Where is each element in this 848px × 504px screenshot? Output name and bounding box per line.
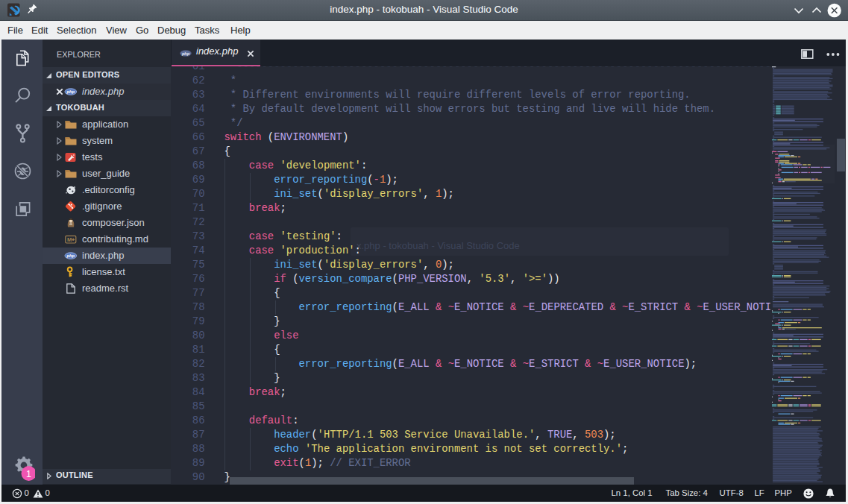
svg-text:php: php: [66, 253, 75, 258]
svg-text:M: M: [67, 236, 72, 243]
svg-text:php: php: [181, 51, 190, 55]
svg-text:1: 1: [26, 469, 31, 479]
svg-text:php: php: [66, 89, 75, 94]
